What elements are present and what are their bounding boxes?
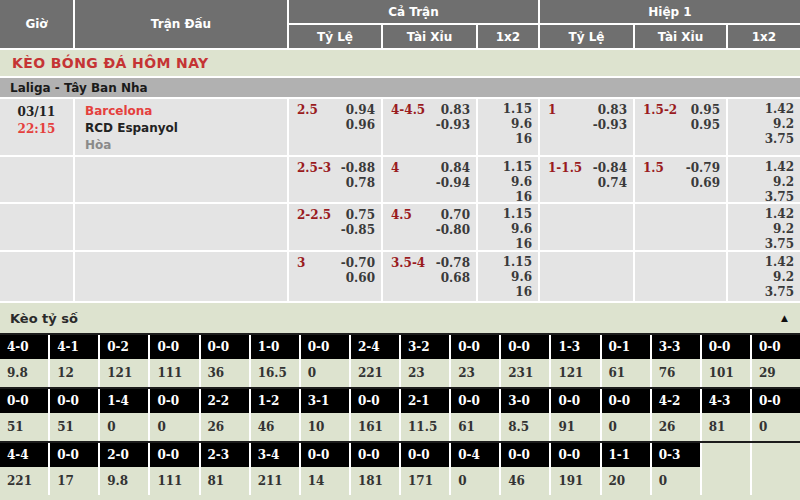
score-odds-cell[interactable]: 0-0231 [501,335,549,387]
score-odds-cell[interactable]: 3-110 [301,389,349,441]
score-odds-value: 9.8 [0,359,48,387]
time-cell [0,157,73,202]
score-odds-cell[interactable]: 1-246 [251,389,299,441]
score-odds-cell[interactable]: 2-09.8 [100,443,148,495]
h1-1x2-cell[interactable]: 1.429.23.75 [728,157,800,202]
h1-overunder-cell[interactable] [635,252,726,301]
h1-overunder-cell[interactable] [635,204,726,250]
score-label: 0-0 [451,389,499,413]
score-label: 1-3 [551,335,599,359]
ft-handicap-cell[interactable]: 2-2.50.75-0.85 [289,204,381,250]
score-odds-cell[interactable]: 0-0101 [702,335,750,387]
score-odds-cell[interactable]: 0-0191 [551,443,599,495]
ft-handicap-cell[interactable]: 2.50.940.96 [289,99,381,155]
odds-value: 9.2 [728,175,794,190]
score-odds-cell[interactable]: 3-4211 [251,443,299,495]
score-odds-cell[interactable]: 4-4221 [0,443,48,495]
score-odds-cell[interactable]: 4-381 [702,389,750,441]
score-odds-cell[interactable]: 4-226 [652,389,700,441]
correct-score-section: Kèo tỷ số ▲ 4-09.84-1120-21210-01110-036… [0,303,800,500]
h1-handicap-cell[interactable] [540,252,633,301]
handicap-value: 2.5 [297,103,318,117]
score-odds-value: 81 [702,413,750,441]
score-odds-cell[interactable]: 1-120 [602,443,650,495]
score-odds-value: 16.5 [251,359,299,387]
score-odds-cell[interactable]: 0-2121 [100,335,148,387]
score-label: 3-4 [251,443,299,467]
score-label: 0-0 [301,335,349,359]
h1-handicap-cell[interactable] [540,204,633,250]
score-odds-cell[interactable]: 0-00 [301,335,349,387]
h1-handicap-cell[interactable]: 10.83-0.93 [540,99,633,155]
ft-1x2-cell[interactable]: 1.159.616 [478,157,538,202]
score-odds-cell[interactable]: 0-00 [602,389,650,441]
score-odds-cell[interactable]: 1-40 [100,389,148,441]
score-odds-cell[interactable]: 0-091 [551,389,599,441]
score-odds-cell[interactable]: 0-00 [752,389,800,441]
match-cell [75,157,287,202]
h1-1x2-cell[interactable]: 1.429.23.75 [728,252,800,301]
ft-overunder-cell[interactable]: 3.5-4-0.780.68 [383,252,476,301]
h1-1x2-cell[interactable]: 1.429.23.75 [728,99,800,155]
h1-handicap-cell[interactable]: 1-1.5-0.840.74 [540,157,633,202]
score-label: 0-0 [50,389,98,413]
score-odds-cell[interactable]: 1-016.5 [251,335,299,387]
score-odds-cell[interactable]: 0-0181 [351,443,399,495]
score-odds-cell[interactable]: 4-112 [50,335,98,387]
score-odds-cell[interactable]: 0-0171 [401,443,449,495]
score-odds-cell[interactable]: 3-376 [652,335,700,387]
score-odds-cell[interactable]: 0-036 [201,335,249,387]
ft-handicap-cell[interactable]: 2.5-3-0.880.78 [289,157,381,202]
h1-overunder-cell[interactable]: 1.5-0.790.69 [635,157,726,202]
score-odds-cell[interactable]: 0-051 [50,389,98,441]
score-odds-cell[interactable]: 0-023 [451,335,499,387]
score-odds-cell[interactable]: 3-223 [401,335,449,387]
score-label: 0-0 [351,389,399,413]
score-odds-cell[interactable]: 4-09.8 [0,335,48,387]
odds-values: 0.83-0.93 [593,103,627,133]
header-h1-handicap-col: Tỷ Lệ [540,25,633,48]
collapse-arrow-icon[interactable]: ▲ [781,314,788,323]
score-odds-cell[interactable]: 1-3121 [551,335,599,387]
handicap-value: 4-4.5 [391,103,425,117]
score-odds-value: 191 [551,467,599,495]
score-odds-cell[interactable]: 0-0161 [351,389,399,441]
score-odds-value [752,467,800,495]
odds-value: 0.78 [341,176,375,191]
score-odds-cell [752,443,800,495]
score-odds-cell[interactable]: 0-0111 [150,443,198,495]
score-odds-value: 17 [50,467,98,495]
score-odds-cell[interactable]: 2-111.5 [401,389,449,441]
score-odds-cell[interactable]: 0-017 [50,443,98,495]
score-odds-value: 11.5 [401,413,449,441]
ft-handicap-cell[interactable]: 3-0.700.60 [289,252,381,301]
score-odds-cell[interactable]: 0-051 [0,389,48,441]
h1-overunder-cell[interactable]: 1.5-20.950.95 [635,99,726,155]
score-odds-cell[interactable]: 0-029 [752,335,800,387]
header-ft-handicap-col: Tỷ Lệ [289,25,381,48]
score-odds-cell[interactable]: 2-381 [201,443,249,495]
score-odds-cell[interactable]: 0-0111 [150,335,198,387]
score-odds-cell[interactable]: 0-061 [451,389,499,441]
ft-overunder-cell[interactable]: 40.84-0.94 [383,157,476,202]
score-odds-cell[interactable]: 0-046 [501,443,549,495]
score-odds-cell[interactable]: 0-30 [652,443,700,495]
score-odds-cell[interactable]: 0-014 [301,443,349,495]
score-odds-value: 0 [602,413,650,441]
score-odds-value: 0 [451,467,499,495]
ft-1x2-cell[interactable]: 1.159.616 [478,204,538,250]
ft-1x2-cell[interactable]: 1.159.616 [478,252,538,301]
h1-1x2-cell[interactable]: 1.429.23.75 [728,204,800,250]
score-label: 2-4 [351,335,399,359]
score-odds-cell[interactable]: 0-00 [150,389,198,441]
score-odds-value: 76 [652,359,700,387]
ft-1x2-cell[interactable]: 1.159.616 [478,99,538,155]
score-label: 0-4 [451,443,499,467]
score-odds-cell[interactable]: 3-08.5 [501,389,549,441]
score-odds-cell[interactable]: 2-226 [201,389,249,441]
ft-overunder-cell[interactable]: 4-4.50.83-0.93 [383,99,476,155]
ft-overunder-cell[interactable]: 4.50.70-0.80 [383,204,476,250]
score-odds-cell[interactable]: 0-40 [451,443,499,495]
score-odds-cell[interactable]: 2-4221 [351,335,399,387]
score-odds-cell[interactable]: 0-161 [602,335,650,387]
